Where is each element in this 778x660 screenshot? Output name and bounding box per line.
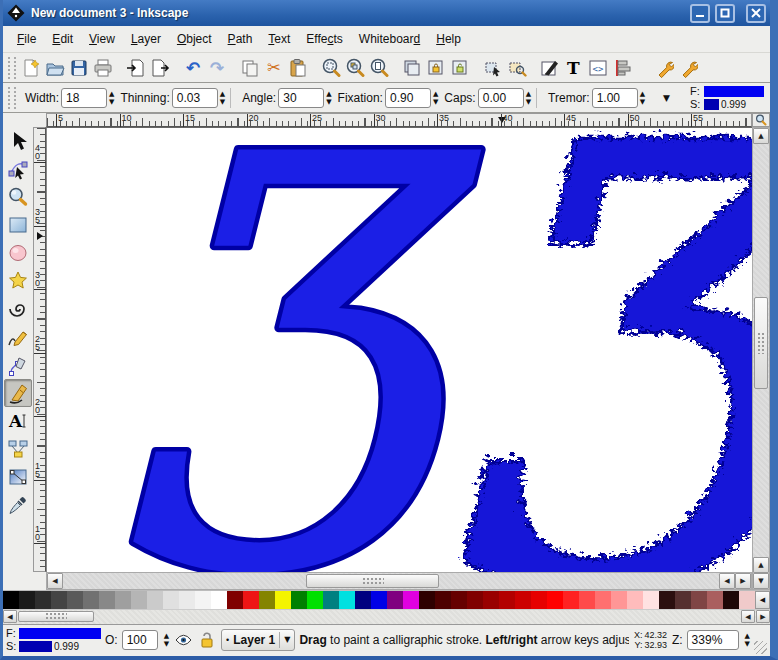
menu-object[interactable]: Object: [169, 28, 220, 50]
duplicate-icon[interactable]: [400, 55, 424, 81]
text-tool[interactable]: A: [4, 407, 32, 435]
zoom-drawing-icon[interactable]: [343, 55, 367, 81]
menu-edit[interactable]: Edit: [44, 28, 81, 50]
palette-swatch[interactable]: [595, 591, 611, 609]
pen-tool[interactable]: [4, 351, 32, 379]
palette-swatch[interactable]: [115, 591, 131, 609]
palette-swatch[interactable]: [211, 591, 227, 609]
window-resize-grip[interactable]: [754, 641, 767, 654]
menu-view[interactable]: View: [81, 28, 123, 50]
toolbar-drag-handle[interactable]: [8, 57, 16, 79]
palette-swatch[interactable]: [227, 591, 243, 609]
palette-swatch[interactable]: [195, 591, 211, 609]
palette-swatch[interactable]: [51, 591, 67, 609]
layer-lock-icon[interactable]: [197, 627, 217, 653]
undo-icon[interactable]: ↶: [181, 55, 205, 81]
palette-swatch[interactable]: [323, 591, 339, 609]
palette-swatch[interactable]: [83, 591, 99, 609]
palette-swatch[interactable]: [579, 591, 595, 609]
palette-swatch[interactable]: [387, 591, 403, 609]
scroll-left-button[interactable]: ◀: [47, 573, 63, 589]
options-dropdown-icon[interactable]: ▼: [663, 93, 670, 103]
close-button[interactable]: [746, 4, 766, 23]
copy-icon[interactable]: [238, 55, 262, 81]
palette-swatch[interactable]: [531, 591, 547, 609]
spiral-tool[interactable]: [4, 295, 32, 323]
save-document-icon[interactable]: [67, 55, 91, 81]
caps-stepper[interactable]: ▲▼: [526, 90, 531, 106]
horizontal-ruler[interactable]: 51015202530354045505560: [46, 113, 752, 127]
palette-swatch[interactable]: [739, 591, 755, 609]
angle-input[interactable]: 30: [278, 88, 324, 108]
palette-scrollbar[interactable]: ◀ ◀ ▶: [3, 609, 770, 624]
vertical-scroll-thumb[interactable]: [754, 297, 768, 389]
palette-swatch[interactable]: [707, 591, 723, 609]
statusbar-fill-stroke-indicator[interactable]: F: S: 0.999: [6, 627, 101, 653]
opacity-input[interactable]: 100: [122, 630, 158, 650]
inkscape-preferences-icon[interactable]: [676, 55, 700, 81]
palette-scroll-right-button[interactable]: ▶: [756, 610, 770, 623]
caps-input[interactable]: 0.00: [478, 88, 524, 108]
palette-swatch[interactable]: [275, 591, 291, 609]
palette-swatch[interactable]: [3, 591, 19, 609]
selector-tool[interactable]: [4, 127, 32, 155]
zoom-tool[interactable]: [4, 183, 32, 211]
palette-swatch[interactable]: [371, 591, 387, 609]
vertical-ruler[interactable]: 40353025201510: [33, 127, 46, 572]
palette-swatch[interactable]: [483, 591, 499, 609]
menu-whiteboard[interactable]: Whiteboard: [351, 28, 428, 50]
export-icon[interactable]: [148, 55, 172, 81]
fixation-stepper[interactable]: ▲▼: [433, 90, 438, 106]
fill-stroke-dialog-icon[interactable]: [538, 55, 562, 81]
palette-swatch[interactable]: [435, 591, 451, 609]
tremor-input[interactable]: 1.00: [592, 88, 638, 108]
vertical-scrollbar[interactable]: ▲ ▲ ▼: [752, 127, 770, 590]
scroll-right-button[interactable]: ▶: [735, 573, 751, 589]
thinning-input[interactable]: 0.03: [172, 88, 218, 108]
zoom-page-icon[interactable]: [367, 55, 391, 81]
xml-editor-icon[interactable]: <>: [586, 55, 610, 81]
calligraphy-tool[interactable]: [4, 379, 32, 407]
horizontal-scrollbar[interactable]: ◀ ◀ ▶: [46, 572, 752, 590]
text-dialog-icon[interactable]: T: [562, 55, 586, 81]
import-icon[interactable]: [124, 55, 148, 81]
unlink-clone-icon[interactable]: [448, 55, 472, 81]
scroll-down-button[interactable]: ▼: [753, 573, 769, 589]
width-input[interactable]: 18: [61, 88, 107, 108]
palette-swatch[interactable]: [35, 591, 51, 609]
menu-effects[interactable]: Effects: [298, 28, 350, 50]
gradient-tool[interactable]: [4, 463, 32, 491]
calligraphic-three-scribble[interactable]: Ʒ: [425, 128, 752, 572]
palette-swatch[interactable]: [627, 591, 643, 609]
palette-swatch[interactable]: [723, 591, 739, 609]
palette-scroll-left-button-2[interactable]: ◀: [741, 610, 755, 623]
menu-file[interactable]: File: [9, 28, 44, 50]
align-dialog-icon[interactable]: [610, 55, 634, 81]
palette-scroll-thumb[interactable]: [18, 611, 94, 622]
palette-scroll-left-button[interactable]: ◀: [3, 610, 17, 623]
palette-swatch[interactable]: [179, 591, 195, 609]
pencil-tool[interactable]: [4, 323, 32, 351]
horizontal-scroll-thumb[interactable]: [306, 574, 439, 588]
ruler-corner-zoom-button[interactable]: [752, 113, 770, 127]
maximize-button[interactable]: [715, 4, 735, 23]
zoom-stepper[interactable]: ▲▼: [745, 632, 750, 648]
print-icon[interactable]: [91, 55, 115, 81]
canvas[interactable]: Ʒ Ʒ: [46, 127, 752, 572]
palette-swatch[interactable]: [99, 591, 115, 609]
open-document-icon[interactable]: [43, 55, 67, 81]
palette-swatch[interactable]: [163, 591, 179, 609]
palette-swatch[interactable]: [307, 591, 323, 609]
palette-swatch[interactable]: [547, 591, 563, 609]
node-editor-tool[interactable]: [4, 155, 32, 183]
palette-swatch[interactable]: [499, 591, 515, 609]
star-tool[interactable]: [4, 267, 32, 295]
palette-swatch[interactable]: [355, 591, 371, 609]
new-document-icon[interactable]: [19, 55, 43, 81]
menu-path[interactable]: Path: [220, 28, 261, 50]
zoom-selection-icon[interactable]: [319, 55, 343, 81]
palette-swatch[interactable]: [147, 591, 163, 609]
tremor-stepper[interactable]: ▲▼: [640, 90, 645, 106]
tool-preferences-icon[interactable]: [652, 55, 676, 81]
palette-swatch[interactable]: [259, 591, 275, 609]
